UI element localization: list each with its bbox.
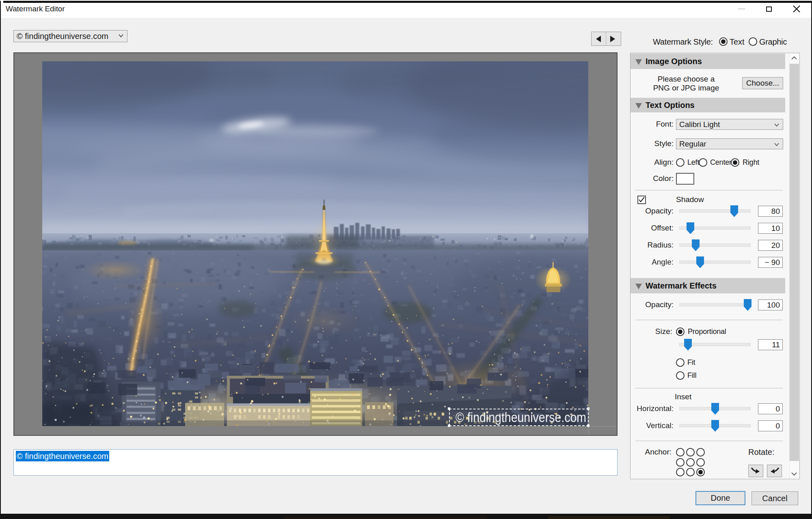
svg-text:© findingtheuniverse.com: © findingtheuniverse.com [456, 410, 586, 425]
